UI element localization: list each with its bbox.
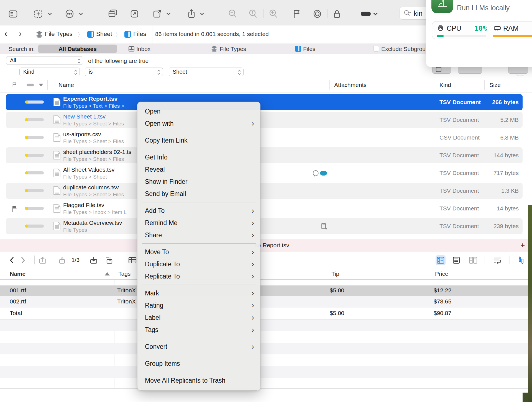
column-attachments[interactable]: Attachments	[334, 82, 367, 88]
menu-item-replicate-to[interactable]: Replicate To›	[137, 270, 260, 282]
sheet-row-total[interactable]: Total $5.00 $90.87	[0, 308, 528, 319]
kind-select[interactable]: Kind	[19, 68, 80, 76]
open-externally-icon[interactable]	[151, 8, 163, 20]
file-size: 717 bytes	[493, 170, 519, 176]
sheet-row[interactable]: 002.rtf TritonX $78.65	[0, 296, 528, 308]
edit-tools-icon[interactable]	[516, 255, 526, 265]
preview-add-button[interactable]: +	[520, 241, 525, 250]
forward-button[interactable]: ›	[19, 29, 22, 38]
menu-item-rating[interactable]: Rating›	[137, 299, 260, 311]
move-up-alt-icon[interactable]	[57, 255, 67, 265]
menu-item-label[interactable]: Label›	[137, 311, 260, 324]
lock-icon[interactable]	[331, 8, 343, 20]
file-name: duplicate columns.tsv	[63, 184, 119, 191]
sheet-column-tags[interactable]: Tags	[118, 270, 131, 277]
menu-item-convert[interactable]: Convert›	[137, 341, 260, 353]
zoom-out-icon[interactable]	[227, 8, 239, 20]
scope-all-databases[interactable]: All Databases	[38, 45, 117, 53]
open-window-icon[interactable]	[128, 8, 140, 20]
sidebar-toggle-icon[interactable]	[7, 8, 19, 20]
operator-value: is	[89, 69, 93, 75]
add-item-icon[interactable]	[32, 8, 44, 20]
open-externally-chevron-icon[interactable]	[162, 8, 175, 20]
column-kind[interactable]: Kind	[439, 82, 451, 88]
menu-item-add-to[interactable]: Add To›	[137, 205, 260, 217]
progress-bar	[25, 154, 44, 157]
duplicate-icon[interactable]	[107, 8, 119, 20]
flag-column-icon[interactable]	[12, 82, 17, 87]
view-document-icon[interactable]	[451, 255, 461, 265]
zoom-actual-size-icon[interactable]	[247, 8, 259, 20]
sort-direction-icon[interactable]	[39, 84, 43, 87]
text-wrap-icon[interactable]	[493, 255, 503, 265]
view-split-icon[interactable]	[436, 255, 446, 265]
breadcrumb-file-types[interactable]: File Types	[45, 30, 73, 38]
cpu-chip-icon	[437, 25, 444, 32]
sheet-header: Name Tags Tip Price	[0, 268, 528, 280]
more-actions-icon[interactable]	[63, 8, 76, 20]
menu-item-copy-item-link[interactable]: Copy Item Link	[137, 134, 260, 146]
sheet-row-selected[interactable]: 001.rtf TritonX $5.00 $12.22	[0, 285, 528, 296]
import-down-alt-icon[interactable]	[104, 255, 114, 265]
sheet-column-price[interactable]: Price	[435, 270, 448, 277]
column-size[interactable]: Size	[489, 82, 501, 88]
menu-item-get-info[interactable]: Get Info	[137, 151, 260, 163]
page-forward-icon[interactable]	[18, 255, 28, 265]
zoom-in-icon[interactable]	[267, 8, 280, 20]
table-row[interactable]: us-airports.csv File Types > Sheet > Fil…	[0, 130, 532, 146]
value-select[interactable]: Sheet	[169, 68, 244, 76]
submenu-arrow-icon: ›	[252, 314, 254, 321]
menu-item-move-all-replicants-to-trash[interactable]: Move All Replicants to Trash	[137, 374, 260, 386]
move-up-icon[interactable]	[38, 255, 48, 265]
menu-item-send-by-email[interactable]: Send by Email	[137, 188, 260, 200]
context-menu: Open Open with› Copy Item Link Get Info …	[137, 102, 260, 391]
breadcrumb-files[interactable]: Files	[133, 30, 146, 38]
breadcrumb-sheet[interactable]: Sheet	[96, 30, 112, 38]
menu-item-mark[interactable]: Mark›	[137, 287, 260, 299]
menu-item-group-items[interactable]: Group Items	[137, 357, 260, 370]
flag-toolbar-icon[interactable]	[291, 8, 303, 20]
table-row[interactable]: Flagged File.tsv File Types > Inbox > It…	[0, 200, 532, 217]
progress-dot	[25, 154, 28, 157]
sheet-column-tip[interactable]: Tip	[331, 270, 339, 277]
menu-label: Label	[145, 314, 160, 321]
menu-item-reveal[interactable]: Reveal	[137, 163, 260, 176]
page-back-icon[interactable]	[7, 255, 17, 265]
table-row[interactable]: New Sheet 1.tsv File Types > Sheet > Fil…	[0, 112, 532, 128]
table-row[interactable]: Metadata Overview.tsv File Types TSV Doc…	[0, 218, 532, 234]
menu-item-open[interactable]: Open	[137, 105, 260, 117]
menu-item-remind-me[interactable]: Remind Me›	[137, 217, 260, 229]
exclude-subgroups-checkbox[interactable]	[373, 46, 379, 51]
menu-item-duplicate-to[interactable]: Duplicate To›	[137, 258, 260, 270]
sheet-column-name[interactable]: Name	[10, 270, 25, 277]
toggle-chevron-icon[interactable]	[369, 8, 382, 20]
menu-item-share[interactable]: Share›	[137, 229, 260, 241]
table-row[interactable]: sheet placeholders 02-1.ts File Types > …	[0, 147, 532, 163]
import-down-icon[interactable]	[89, 255, 99, 265]
more-actions-chevron-icon[interactable]	[75, 8, 87, 20]
menu-item-move-to[interactable]: Move To›	[137, 246, 260, 258]
progress-dot	[25, 136, 28, 139]
operator-select[interactable]: is	[85, 68, 163, 76]
menu-label: Rating	[145, 302, 163, 309]
menu-item-show-in-finder[interactable]: Show in Finder	[137, 176, 260, 188]
column-name[interactable]: Name	[58, 82, 74, 88]
menu-item-open-with[interactable]: Open with›	[137, 117, 260, 130]
back-button[interactable]: ‹	[4, 29, 7, 38]
match-mode-select[interactable]: All	[6, 56, 83, 65]
progress-column-icon[interactable]	[27, 84, 34, 86]
target-icon[interactable]	[311, 8, 323, 20]
sort-ascending-icon[interactable]	[105, 272, 110, 275]
view-two-pane-icon[interactable]	[468, 255, 478, 265]
document-icon	[53, 204, 61, 213]
menu-item-tags[interactable]: Tags›	[137, 324, 260, 336]
scope-files[interactable]: Files	[303, 46, 315, 52]
table-row[interactable]: All Sheet Values.tsv File Types > Sheet …	[0, 165, 532, 181]
scope-inbox[interactable]: Inbox	[136, 46, 150, 52]
table-row[interactable]: Expense Report.tsv File Types > Text > F…	[0, 94, 532, 110]
share-chevron-icon[interactable]	[196, 8, 208, 20]
table-view-icon[interactable]	[127, 255, 137, 265]
add-item-chevron-icon[interactable]	[44, 8, 56, 20]
table-row[interactable]: duplicate columns.tsv File Types > Sheet…	[0, 183, 532, 199]
scope-file-types[interactable]: File Types	[220, 46, 246, 52]
